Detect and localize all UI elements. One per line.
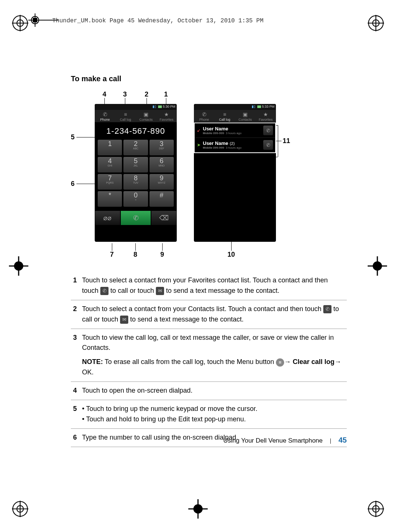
backspace-button[interactable]: ⌫ xyxy=(151,210,177,225)
page-number: 45 xyxy=(339,436,347,444)
step-number: 2 xyxy=(71,300,82,329)
key-6[interactable]: 6MNO xyxy=(150,157,174,172)
step-text: Touch to select a contact from your Cont… xyxy=(82,300,347,329)
step-number: 3 xyxy=(71,329,82,382)
table-row: 1 Touch to select a contact from your Fa… xyxy=(71,272,347,300)
call-action-button[interactable]: ✆ xyxy=(263,140,273,150)
number-type: Mobile xyxy=(203,146,212,149)
step-text: Touch to select a contact from your Favo… xyxy=(82,272,347,300)
tab-label: Phone xyxy=(100,118,110,121)
phone-icon: ✆ xyxy=(266,128,270,133)
tab-contacts[interactable]: ▣Contacts xyxy=(136,110,156,122)
callout-6: 6 xyxy=(71,180,75,188)
star-icon: ★ xyxy=(156,111,177,117)
step-number: 5 xyxy=(71,400,82,429)
menu-path: Clear call log xyxy=(293,358,334,365)
tab-favorites[interactable]: ★Favorites xyxy=(156,110,177,122)
crop-mark xyxy=(368,256,387,276)
outgoing-call-icon: ➤ xyxy=(197,142,201,148)
dialed-number[interactable]: 1-234-567-890 xyxy=(95,123,177,140)
voicemail-button[interactable]: ⌀⌀ xyxy=(95,210,120,225)
crop-mark xyxy=(188,499,208,519)
call-action-button[interactable]: ✆ xyxy=(263,126,273,135)
page-footer: Using Your Dell Venue Smartphone 45 xyxy=(71,436,347,444)
table-row: 3 Touch to view the call log, call or te… xyxy=(71,329,347,382)
callout-4: 4 xyxy=(103,91,106,98)
phone-icon: ✆ xyxy=(100,287,109,295)
phone-calllog-screenshot: ▮▯ 5:33 PM ✆Phone ≡Call log ▣Contacts ★F… xyxy=(194,104,276,242)
call-button[interactable]: ✆ xyxy=(120,210,151,225)
figure-area: 4 3 2 1 5 6 7 8 9 10 11 ▮▯ xyxy=(71,87,347,266)
key-3[interactable]: 3DEF xyxy=(150,140,174,155)
callout-5: 5 xyxy=(71,133,75,141)
number: 099-999 xyxy=(213,132,224,135)
contact-name: User Name xyxy=(203,140,228,146)
instruction-table: 1 Touch to select a contact from your Fa… xyxy=(71,272,347,447)
tab-phone[interactable]: ✆Phone xyxy=(194,110,214,122)
list-icon: ≡ xyxy=(115,111,136,117)
phone-dialpad-screenshot: ▮▯ 5:30 PM ✆Phone ≡Call log ▣Contacts ★F… xyxy=(95,104,177,242)
calllog-row[interactable]: ➤ User Name(2) Mobile 099-999 3 hours ag… xyxy=(195,138,275,152)
table-row: 5 Touch to bring up the numeric keypad o… xyxy=(71,400,347,429)
table-row: 2 Touch to select a contact from your Co… xyxy=(71,300,347,329)
tab-label: Contacts xyxy=(139,118,153,121)
contact-name: User Name xyxy=(203,126,228,132)
footer-text: Using Your Dell Venue Smartphone xyxy=(223,437,323,444)
callout-9: 9 xyxy=(160,251,164,259)
menu-button-icon: ≡ xyxy=(276,358,284,367)
section-title: To make a call xyxy=(71,75,347,83)
message-icon: ✉ xyxy=(120,316,128,324)
key-7[interactable]: 7PQRS xyxy=(98,174,122,190)
step-text: Touch to bring up the numeric keypad or … xyxy=(82,400,347,429)
tab-label: Favorites xyxy=(259,118,273,121)
list-item: Touch to bring up the numeric keypad or … xyxy=(82,404,344,414)
voicemail-icon: ⌀⌀ xyxy=(103,214,111,222)
tab-favorites[interactable]: ★Favorites xyxy=(255,110,276,122)
tab-label: Phone xyxy=(199,118,209,121)
phone-icon: ✆ xyxy=(266,142,270,148)
backspace-icon: ⌫ xyxy=(159,214,169,222)
key-8[interactable]: 8TUV xyxy=(123,174,148,190)
step-number: 4 xyxy=(71,382,82,400)
key-2[interactable]: 2ABC xyxy=(123,140,148,155)
table-row: 4 Touch to open the on-screen dialpad. xyxy=(71,382,347,400)
key-hash[interactable]: # xyxy=(150,191,174,207)
key-9[interactable]: 9WXYZ xyxy=(150,174,174,190)
battery-icon xyxy=(257,105,261,108)
registration-mark xyxy=(12,15,28,31)
key-0[interactable]: 0+ xyxy=(123,191,148,207)
message-icon: ✉ xyxy=(156,287,164,295)
call-count: (2) xyxy=(230,141,235,146)
key-1[interactable]: 1 xyxy=(98,140,122,155)
step-number: 1 xyxy=(71,272,82,300)
time-ago: 3 hours ago xyxy=(226,146,241,149)
key-star[interactable]: * xyxy=(98,191,122,207)
crop-mark xyxy=(9,256,28,276)
battery-icon xyxy=(158,105,162,108)
phone-icon: ✆ xyxy=(194,111,214,117)
footer-separator xyxy=(330,438,331,444)
key-5[interactable]: 5JKL xyxy=(123,157,148,172)
tab-label: Call log xyxy=(120,118,131,121)
tab-calllog[interactable]: ≡Call log xyxy=(214,110,235,122)
status-time: 5:30 PM xyxy=(163,105,175,108)
tab-phone[interactable]: ✆Phone xyxy=(95,110,115,122)
tab-calllog[interactable]: ≡Call log xyxy=(115,110,136,122)
contacts-icon: ▣ xyxy=(235,111,255,117)
registration-mark xyxy=(368,501,384,517)
calllog-row[interactable]: ↙ User Name Mobile 099-999 3 hours ago ✆ xyxy=(195,123,275,138)
number-type: Mobile xyxy=(203,132,212,135)
list-icon: ≡ xyxy=(214,111,235,117)
status-bar: ▮▯ 5:30 PM xyxy=(95,104,177,110)
tab-label: Contacts xyxy=(239,118,252,121)
callout-7: 7 xyxy=(110,251,114,259)
key-4[interactable]: 4GHI xyxy=(98,157,122,172)
registration-mark xyxy=(368,15,384,31)
tab-contacts[interactable]: ▣Contacts xyxy=(235,110,255,122)
note-label: NOTE: xyxy=(82,358,103,365)
contacts-icon: ▣ xyxy=(136,111,156,117)
phone-icon: ✆ xyxy=(95,111,115,117)
callout-10: 10 xyxy=(227,251,235,259)
time-ago: 3 hours ago xyxy=(226,132,241,135)
status-bar: ▮▯ 5:33 PM xyxy=(194,104,276,110)
